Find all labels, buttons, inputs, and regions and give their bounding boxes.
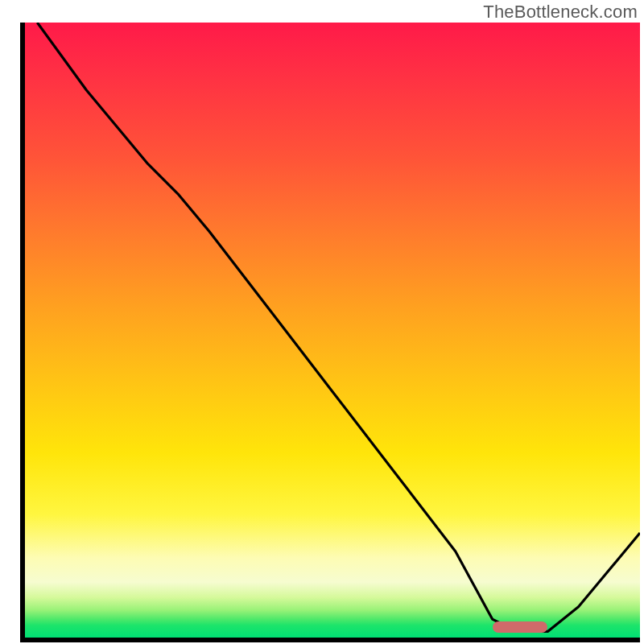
watermark-text: TheBottleneck.com — [483, 2, 638, 23]
gradient-background — [25, 23, 640, 638]
chart-frame — [20, 23, 640, 642]
optimal-range-marker — [493, 621, 548, 633]
